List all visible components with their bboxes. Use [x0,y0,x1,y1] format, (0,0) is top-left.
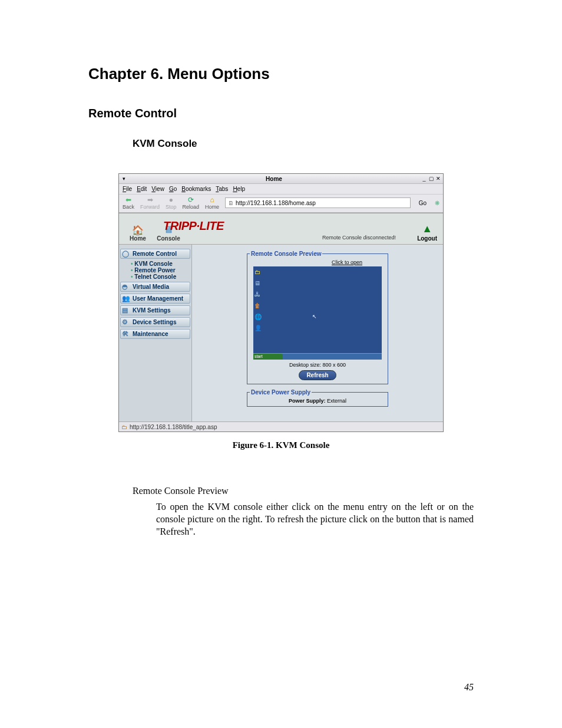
document-icon: 🗎 [228,200,234,206]
menu-bookmarks[interactable]: Bookmarks [181,186,211,192]
status-text: Remote Console disconnected! [322,235,396,241]
home-icon: ⌂ [207,196,217,204]
desktop-icon: 👤 [254,325,262,331]
close-icon[interactable]: ✕ [435,176,441,182]
forward-button[interactable]: ➡ Forward [140,196,160,210]
menu-go[interactable]: Go [169,186,177,192]
throbber-icon: ❋ [435,200,439,206]
back-button[interactable]: ⬅ Back [123,196,134,210]
house-icon: 🏠 [131,225,144,235]
statusbar: 🗀 http://192.168.1.188/title_app.asp [119,421,443,431]
app-body: ◯ Remote Control KVM Console Remote Powe… [119,245,443,421]
chapter-title: Chapter 6. Menu Options [88,65,474,83]
sidebar-kvm-settings[interactable]: ▤ KVM Settings [120,305,190,315]
wrench-icon: 🛠 [122,330,128,337]
settings-icon: ▤ [122,307,128,314]
back-icon: ⬅ [124,196,133,204]
url-text: http://192.168.1.188/home.asp [236,200,316,206]
remote-console-preview-panel: Remote Console Preview Click to open 🗀 🖥… [247,251,388,384]
sidebar-virtual-media[interactable]: ◓ Virtual Media [120,282,190,292]
stop-icon: ● [166,196,176,204]
appbar: 🏠 Home 🖥 Console TRIPP·LITE Remote Conso… [119,213,443,245]
main-area: Remote Console Preview Click to open 🗀 🖥… [192,245,443,421]
menu-view[interactable]: View [151,186,164,192]
sidebar-item-kvm-console[interactable]: KVM Console [120,261,190,267]
desktop-icon: 🗑 [254,302,262,309]
sidebar-maintenance[interactable]: 🛠 Maintenance [120,329,190,339]
preview-legend: Remote Console Preview [250,251,322,257]
content-frame: 🏠 Home 🖥 Console TRIPP·LITE Remote Conso… [119,213,443,421]
sidebar-item-remote-power[interactable]: Remote Power [120,267,190,274]
url-input[interactable]: 🗎 http://192.168.1.188/home.asp [225,197,411,208]
forward-icon: ➡ [146,196,155,204]
body-label: Remote Console Preview [133,486,474,496]
start-button: start [253,354,283,360]
power-label: Power Supply: [289,398,326,404]
cursor-icon: ↖ [312,314,317,319]
page-number: 45 [464,682,474,693]
sidebar-item-telnet-console[interactable]: Telnet Console [120,274,190,280]
disk-icon: ◓ [122,283,128,291]
preview-image[interactable]: 🗀 🖥 🖧 🗑 🌐 👤 ↖ start [253,266,382,360]
desktop-icon: 🖧 [254,291,262,298]
desktop-size: Desktop size: 800 x 600 [250,362,385,368]
stop-button[interactable]: ● Stop [166,196,177,210]
logout-icon: ▲ [422,223,432,235]
reload-button[interactable]: ⟳ Reload [183,196,200,210]
figure-caption: Figure 6-1. KVM Console [118,440,444,450]
titlebar: ▾ Home _ ▢ ✕ [119,174,443,184]
folder-icon: 🗀 [121,424,127,430]
power-legend: Device Power Supply [250,389,312,396]
window-title: Home [127,176,421,182]
toolbar: ⬅ Back ➡ Forward ● Stop ⟳ Reload ⌂ Hom [119,195,443,213]
browser-window: ▾ Home _ ▢ ✕ File Edit View Go Bookmarks… [118,173,444,432]
logout-button[interactable]: ▲ Logout [417,223,439,242]
body-paragraph: To open the KVM console either click on … [156,501,474,538]
menu-help[interactable]: Help [233,186,245,192]
app-home-button[interactable]: 🏠 Home [123,225,153,242]
globe-icon: ◯ [122,250,129,258]
menu-file[interactable]: File [123,186,132,192]
home-button[interactable]: ⌂ Home [205,196,219,210]
reload-icon: ⟳ [186,196,196,204]
sidebar-user-management[interactable]: 👥 User Management [120,294,190,304]
subsection-title: KVM Console [133,138,474,150]
desktop-icon: 🖥 [254,280,262,286]
sidebar: ◯ Remote Control KVM Console Remote Powe… [119,245,192,421]
desktop-icon: 🌐 [254,314,262,320]
logo: TRIPP·LITE [163,219,224,233]
menubar: File Edit View Go Bookmarks Tabs Help [119,184,443,195]
refresh-button[interactable]: Refresh [299,370,336,380]
menu-tabs[interactable]: Tabs [216,186,228,192]
figure: ▾ Home _ ▢ ✕ File Edit View Go Bookmarks… [118,173,444,450]
sidebar-device-settings[interactable]: ⚙ Device Settings [120,317,190,327]
power-value: External [327,398,346,404]
click-to-open-link[interactable]: Click to open [309,259,385,265]
users-icon: 👥 [122,295,130,302]
maximize-icon[interactable]: ▢ [428,176,434,182]
menu-edit[interactable]: Edit [137,186,147,192]
statusbar-text: http://192.168.1.188/title_app.asp [130,424,217,430]
go-button[interactable]: Go [416,200,429,206]
sidebar-remote-control[interactable]: ◯ Remote Control [120,249,190,259]
desktop-icon: 🗀 [254,269,262,275]
section-title: Remote Control [88,107,474,120]
gear-icon: ⚙ [122,318,128,326]
device-power-supply-panel: Device Power Supply Power Supply: Extern… [247,389,388,407]
minimize-icon[interactable]: _ [421,176,427,182]
pin-icon[interactable]: ▾ [121,176,127,182]
